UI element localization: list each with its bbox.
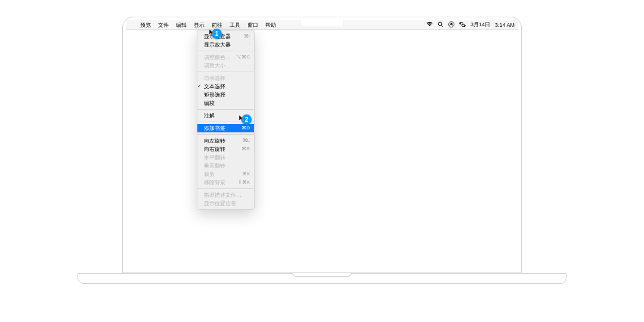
dd-show-inspector[interactable]: 显示检查器 ⌘I — [197, 32, 254, 41]
check-icon: ✓ — [197, 82, 202, 91]
cursor-icon — [209, 29, 214, 35]
menu-window[interactable]: 窗口 — [244, 20, 262, 30]
dd-adjust-size: 调整大小… — [197, 61, 254, 70]
user-icon[interactable] — [448, 21, 454, 29]
svg-point-5 — [460, 23, 461, 24]
dd-flip-v: 垂直翻转 — [197, 162, 254, 170]
dd-flip-h: 水平翻转 — [197, 153, 254, 162]
dd-remove-bg: 移除背景 ⇧⌘K — [197, 178, 254, 187]
dd-sep — [197, 72, 254, 72]
callout-badge-2: 2 — [242, 114, 252, 125]
dd-add-bookmark[interactable]: 添加书签 ⌘D — [197, 124, 254, 132]
dd-sep — [197, 51, 254, 51]
callout-badge-1: 1 — [212, 29, 222, 39]
screen: 预览 文件 编辑 显示 前往 工具 窗口 帮助 — [126, 20, 518, 273]
menu-preview[interactable]: 预览 — [137, 20, 154, 30]
laptop-base — [78, 273, 566, 284]
dd-assign-profile: 指派描述文件… — [197, 191, 254, 199]
control-center-icon[interactable] — [459, 21, 466, 28]
dd-sep — [197, 109, 254, 110]
menubar-right: 3月14日 3:14 AM — [426, 21, 515, 29]
spotlight-icon[interactable] — [438, 21, 444, 29]
menubar-date[interactable]: 3月14日 — [470, 21, 490, 29]
laptop-frame: 预览 文件 编辑 显示 前往 工具 窗口 帮助 — [122, 17, 522, 273]
dd-sep — [197, 134, 254, 135]
dd-rotate-right[interactable]: 向右旋转 ⌘R — [197, 145, 254, 153]
dd-sep — [197, 188, 254, 189]
dd-redact[interactable]: 编校 — [197, 99, 254, 107]
dd-show-magnifier[interactable]: 显示放大器 ` — [197, 41, 254, 49]
svg-line-1 — [441, 25, 443, 27]
menu-help[interactable]: 帮助 — [262, 20, 280, 30]
menu-view[interactable]: 显示 — [190, 20, 208, 30]
svg-point-7 — [464, 25, 465, 26]
cursor-icon — [239, 115, 244, 121]
display-notch — [301, 20, 343, 26]
dd-crop: 裁剪 ⌘K — [197, 170, 254, 178]
dd-show-location: 显示位置信息 — [197, 199, 254, 208]
menu-file[interactable]: 文件 — [154, 20, 172, 30]
dd-text-select[interactable]: ✓ 文本选择 — [197, 82, 254, 91]
menubar-time[interactable]: 3:14 AM — [495, 22, 515, 28]
laptop-hinge-notch — [292, 273, 352, 277]
dd-rotate-left[interactable]: 向左旋转 ⌘L — [197, 137, 254, 145]
dd-adjust-color: 调整颜色… ⌥⌘C — [197, 53, 254, 61]
svg-point-0 — [438, 22, 442, 26]
dd-rect-select[interactable]: 矩形选择 — [197, 91, 254, 99]
badge-number: 2 — [245, 116, 249, 123]
wifi-icon[interactable] — [426, 21, 433, 28]
badge-number: 1 — [215, 30, 219, 37]
menu-tools[interactable]: 工具 — [226, 20, 244, 30]
menubar-left: 预览 文件 编辑 显示 前往 工具 窗口 帮助 — [129, 20, 280, 30]
dd-auto-select: 自动选择 — [197, 74, 254, 82]
menu-edit[interactable]: 编辑 — [172, 20, 190, 30]
